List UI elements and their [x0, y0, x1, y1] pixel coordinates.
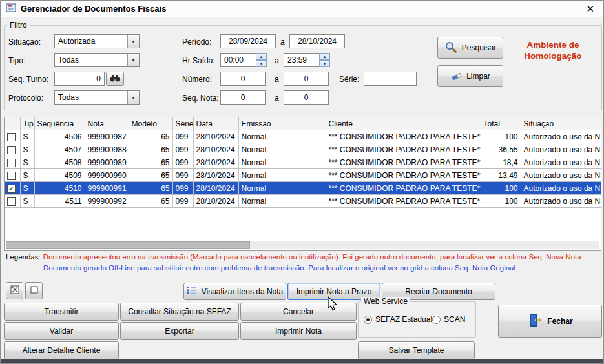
row-checkbox[interactable]: [7, 172, 16, 180]
seq-turno-search-button[interactable]: [106, 72, 124, 86]
column-header[interactable]: Sequência: [34, 117, 85, 130]
chevron-down-icon: ▼: [127, 91, 139, 104]
salvar-template-button[interactable]: Salvar Template: [358, 341, 475, 359]
uncheck-all-button[interactable]: [25, 282, 43, 299]
door-exit-icon: [527, 312, 543, 330]
hr-from-input[interactable]: 00:00: [220, 53, 256, 67]
pesquisar-label: Pesquisar: [462, 43, 496, 52]
exportar-button[interactable]: Exportar: [120, 322, 239, 340]
transmitir-button[interactable]: Transmitir: [4, 303, 119, 321]
table-row[interactable]: S 4509 999900990 65 099 28/10/2024 Norma…: [5, 169, 601, 182]
imprimir-prazo-label: Imprimir Nota a Prazo: [297, 287, 372, 296]
legend-blue-text: Documento gerado Off-Line para substitui…: [43, 264, 601, 272]
column-header[interactable]: Série: [172, 117, 193, 130]
tipo-label: Tipo:: [8, 56, 25, 65]
webservice-label: Web Service: [361, 297, 410, 306]
column-header[interactable]: Total: [481, 117, 521, 130]
visualizar-itens-button[interactable]: Visualizar Itens da Nota: [183, 283, 286, 300]
alterar-detalhe-label: Alterar Detalhe Cliente: [23, 346, 101, 355]
alterar-detalhe-button[interactable]: Alterar Detalhe Cliente: [4, 341, 119, 359]
row-checkbox-checked[interactable]: ✓: [7, 185, 16, 193]
row-checkbox[interactable]: [7, 159, 16, 167]
seq-nota-to-input[interactable]: 0: [284, 90, 329, 105]
consultar-sefaz-button[interactable]: Consultar Situação na SEFAZ: [120, 303, 239, 321]
protocolo-select[interactable]: Todas ▼: [54, 90, 140, 105]
legend-red-text: Documento apresentou erro na transmissão…: [43, 253, 581, 261]
spinner-down-icon[interactable]: ▼: [319, 60, 330, 67]
periodo-range-sep: a: [280, 37, 285, 46]
periodo-label: Período:: [182, 37, 211, 46]
limpar-label: Limpar: [466, 72, 490, 81]
table-row[interactable]: S 4508 999900989 65 099 28/10/2024 Norma…: [5, 156, 601, 169]
imprimir-nota-button[interactable]: Imprimir Nota: [240, 322, 357, 340]
eraser-icon: [450, 70, 462, 83]
column-header[interactable]: Cliente: [326, 117, 481, 130]
numero-range-sep: a: [275, 75, 279, 84]
cancelar-label: Cancelar: [283, 307, 314, 316]
seq-turno-input[interactable]: 0: [54, 72, 105, 86]
column-header[interactable]: Situação: [521, 117, 601, 130]
validar-button[interactable]: Validar: [4, 322, 119, 340]
hr-range-sep: a: [275, 56, 279, 65]
column-header[interactable]: Nota: [85, 117, 129, 130]
limpar-button[interactable]: Limpar: [437, 65, 503, 87]
serie-input[interactable]: [364, 72, 417, 86]
seq-nota-range-sep: a: [275, 94, 279, 103]
column-header[interactable]: Emissão: [238, 117, 326, 130]
check-all-button[interactable]: [6, 282, 23, 299]
seq-turno-label: Seq. Turno:: [8, 75, 48, 84]
column-header[interactable]: Modelo: [129, 117, 172, 130]
periodo-from-input[interactable]: 28/09/2024: [220, 34, 276, 48]
hr-to-input[interactable]: 23:59: [284, 53, 320, 67]
pesquisar-button[interactable]: Pesquisar: [437, 37, 503, 59]
titlebar: Gerenciador de Documentos Fiscais ✕: [1, 1, 603, 17]
spinner-up-icon[interactable]: ▲: [319, 53, 330, 60]
row-checkbox[interactable]: [7, 197, 16, 206]
environment-banner: Ambiente de Homologação: [510, 39, 596, 61]
hr-to-stepper[interactable]: ▲ ▼: [319, 53, 330, 67]
recriar-documento-label: Recriar Documento: [405, 287, 472, 296]
radio-scan-label: SCAN: [444, 315, 465, 324]
row-checkbox[interactable]: [7, 133, 16, 141]
close-icon[interactable]: ✕: [582, 3, 598, 15]
radio-scan[interactable]: SCAN: [432, 315, 465, 324]
consultar-sefaz-label: Consultar Situação na SEFAZ: [128, 307, 231, 316]
fechar-button[interactable]: Fechar: [498, 305, 602, 338]
serie-label: Série:: [339, 75, 359, 84]
imprimir-nota-label: Imprimir Nota: [275, 327, 322, 336]
cancelar-button[interactable]: Cancelar: [240, 303, 357, 321]
radio-sefaz-estadual-label: SEFAZ Estadual: [375, 315, 432, 324]
spinner-down-icon[interactable]: ▼: [256, 60, 267, 67]
transmitir-label: Transmitir: [45, 307, 79, 316]
table-row[interactable]: S 4507 999900988 65 099 28/10/2024 Norma…: [5, 143, 601, 156]
table-row[interactable]: S 4506 999900987 65 099 28/10/2024 Norma…: [5, 130, 601, 143]
protocolo-label: Protocolo:: [8, 94, 43, 103]
situacao-select[interactable]: Autorizada ▼: [54, 34, 140, 48]
numero-from-input[interactable]: 0: [220, 72, 266, 86]
table-row-selected[interactable]: ✓ S 4510 999900991 65 099 28/10/2024 Nor…: [5, 182, 601, 195]
numero-to-input[interactable]: 0: [284, 72, 329, 86]
grid-header-row: Tipo Sequência Nota Modelo Série Data Em…: [5, 117, 601, 130]
tipo-select[interactable]: Todas ▼: [54, 53, 140, 67]
radio-sefaz-estadual[interactable]: SEFAZ Estadual: [364, 315, 432, 324]
column-header[interactable]: Tipo: [20, 117, 34, 130]
table-row[interactable]: S 4511 999900992 65 099 28/10/2024 Norma…: [5, 195, 601, 208]
row-checkbox[interactable]: [7, 146, 16, 154]
periodo-to-input[interactable]: 28/10/2024: [289, 34, 345, 48]
app-icon: [6, 3, 16, 15]
radio-dot-icon: [432, 316, 441, 324]
column-header[interactable]: Data: [193, 117, 238, 130]
salvar-template-label: Salvar Template: [389, 346, 444, 355]
horizontal-scrollbar[interactable]: [6, 241, 599, 249]
legend-label: Legendas:: [6, 253, 41, 261]
hr-saida-label: Hr Saída:: [182, 56, 215, 65]
binoculars-icon: [109, 74, 121, 84]
spinner-up-icon[interactable]: ▲: [256, 53, 267, 60]
hr-from-stepper[interactable]: ▲ ▼: [256, 53, 267, 67]
chevron-down-icon: ▼: [127, 35, 139, 48]
visualizar-itens-label: Visualizar Itens da Nota: [202, 287, 284, 296]
seq-nota-from-input[interactable]: 0: [220, 90, 266, 105]
app-window: Gerenciador de Documentos Fiscais ✕ Filt…: [0, 0, 604, 364]
horizontal-scrollbar-thumb[interactable]: [6, 241, 250, 249]
fechar-label: Fechar: [547, 317, 572, 326]
